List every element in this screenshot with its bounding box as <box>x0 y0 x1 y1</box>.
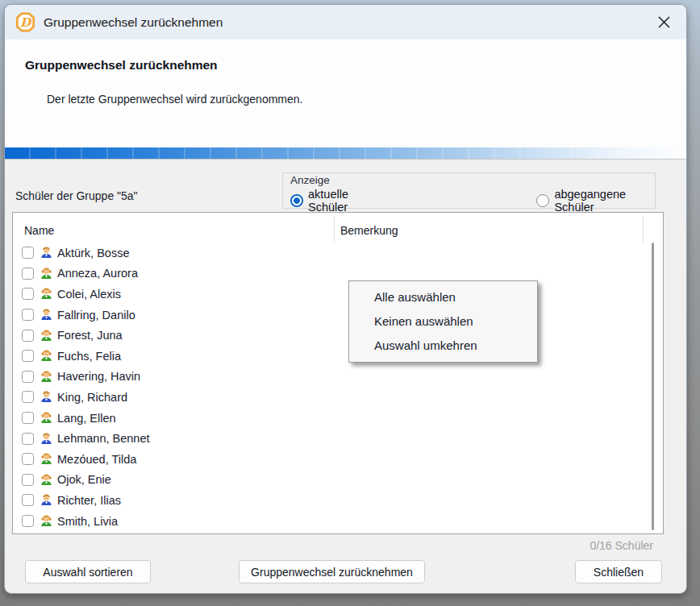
column-header-bemerkung[interactable]: Bemerkung <box>340 224 398 237</box>
student-female-icon <box>40 287 53 301</box>
student-name: Richter, Ilias <box>57 494 121 507</box>
student-checkbox[interactable] <box>22 247 34 259</box>
student-row[interactable]: King, Richard <box>13 387 663 408</box>
column-divider <box>643 216 644 243</box>
student-male-icon <box>40 246 53 259</box>
context-menu-item[interactable]: Alle auswählen <box>349 285 537 309</box>
student-row[interactable]: Colei, Alexis <box>13 284 663 305</box>
student-checkbox[interactable] <box>22 412 34 424</box>
student-row[interactable]: Aktürk, Bosse <box>13 243 663 264</box>
progress-gradient-bar <box>5 147 686 160</box>
list-header: Name Bemerkung <box>13 213 663 243</box>
radio-abgegangene-schueler[interactable]: abgegangene Schüler <box>536 188 650 214</box>
student-male-icon <box>40 308 53 322</box>
context-menu-item[interactable]: Auswahl umkehren <box>349 334 537 358</box>
student-name: Fuchs, Felia <box>57 350 121 363</box>
student-checkbox[interactable] <box>22 268 34 280</box>
student-female-icon <box>40 411 53 425</box>
student-row[interactable]: Mezóued, Tilda <box>13 449 663 470</box>
student-female-icon <box>40 349 53 363</box>
student-name: Havering, Havin <box>57 370 140 383</box>
student-female-icon <box>40 329 53 342</box>
student-name: Lang, Ellen <box>57 412 116 425</box>
student-checkbox[interactable] <box>22 494 34 506</box>
page-title: Gruppenwechsel zurücknehmen <box>25 58 218 73</box>
radio-aktuelle-schueler[interactable]: aktuelle Schüler <box>290 188 377 214</box>
student-list[interactable]: Name Bemerkung Aktürk, Bosse Anneza, Aur… <box>12 212 664 534</box>
sort-selection-button[interactable]: Auswahl sortieren <box>25 560 151 583</box>
student-female-icon <box>40 267 53 280</box>
student-name: King, Richard <box>57 391 127 404</box>
student-male-icon <box>40 493 53 507</box>
student-row[interactable]: Forest, Juna <box>13 325 663 346</box>
student-checkbox[interactable] <box>22 309 34 321</box>
radio-label[interactable]: abgegangene Schüler <box>554 188 650 214</box>
student-checkbox[interactable] <box>22 433 34 445</box>
student-female-icon <box>40 473 53 487</box>
student-male-icon <box>40 390 53 404</box>
display-filter-groupbox: Anzeige aktuelle Schüler abgegangene Sch… <box>282 172 656 209</box>
student-name: Anneza, Aurora <box>57 267 138 280</box>
student-name: Lehmann, Bennet <box>57 432 149 445</box>
student-name: Colei, Alexis <box>57 288 121 301</box>
student-checkbox[interactable] <box>22 391 34 403</box>
student-male-icon <box>40 432 53 446</box>
column-divider <box>334 216 335 243</box>
scrollbar-thumb[interactable] <box>652 243 654 530</box>
student-name: Smith, Livia <box>57 515 118 528</box>
column-header-name[interactable]: Name <box>24 224 54 237</box>
student-row[interactable]: Fuchs, Felia <box>13 346 663 367</box>
groupbox-legend: Anzeige <box>290 174 330 186</box>
student-name: Forest, Juna <box>57 329 123 342</box>
student-row[interactable]: Fallring, Danilo <box>13 305 663 326</box>
student-female-icon <box>40 452 53 466</box>
student-checkbox[interactable] <box>22 330 34 342</box>
titlebar[interactable]: D Gruppenwechsel zurücknehmen <box>5 5 686 39</box>
svg-text:D: D <box>20 15 32 30</box>
radio-selected-icon[interactable] <box>290 194 303 207</box>
student-row[interactable]: Richter, Ilias <box>13 490 663 511</box>
student-row[interactable]: Lang, Ellen <box>13 408 663 429</box>
close-icon[interactable] <box>651 10 677 35</box>
student-checkbox[interactable] <box>22 515 34 527</box>
student-name: Aktürk, Bosse <box>57 247 129 259</box>
student-name: Ojok, Enie <box>57 473 111 486</box>
dialog-window: D Gruppenwechsel zurücknehmen Gruppenwec… <box>4 4 687 594</box>
student-checkbox[interactable] <box>22 453 34 465</box>
student-name: Fallring, Danilo <box>57 309 135 322</box>
student-checkbox[interactable] <box>22 288 34 300</box>
student-checkbox[interactable] <box>22 371 34 383</box>
radio-unselected-icon[interactable] <box>536 194 549 207</box>
student-checkbox[interactable] <box>22 350 34 362</box>
student-row[interactable] <box>13 531 663 534</box>
student-female-icon <box>40 370 53 384</box>
close-dialog-button[interactable]: Schließen <box>575 560 662 583</box>
student-row[interactable]: Havering, Havin <box>13 367 663 388</box>
student-name: Mezóued, Tilda <box>57 453 136 466</box>
student-row[interactable]: Ojok, Enie <box>13 470 663 491</box>
app-logo-icon: D <box>15 11 36 33</box>
student-checkbox[interactable] <box>22 474 34 486</box>
group-caption: Schüler der Gruppe "5a" <box>15 189 138 202</box>
dialog-header: Gruppenwechsel zurücknehmen Der letzte G… <box>5 39 686 147</box>
undo-groupchange-button[interactable]: Gruppenwechsel zurücknehmen <box>239 560 425 583</box>
window-title: Gruppenwechsel zurücknehmen <box>44 15 223 30</box>
student-row[interactable]: Lehmann, Bennet <box>13 428 663 449</box>
student-row[interactable]: Smith, Livia <box>13 511 663 532</box>
student-female-icon <box>40 514 53 528</box>
radio-label[interactable]: aktuelle Schüler <box>308 188 377 214</box>
student-row[interactable]: Anneza, Aurora <box>13 264 663 284</box>
selection-status: 0/16 Schüler <box>590 539 653 552</box>
list-rows: Aktürk, Bosse Anneza, Aurora Colei, Alex… <box>13 243 663 534</box>
context-menu: Alle auswählenKeinen auswählenAuswahl um… <box>348 280 538 363</box>
page-description: Der letzte Gruppenwechsel wird zurückgen… <box>47 93 302 106</box>
context-menu-item[interactable]: Keinen auswählen <box>349 309 537 334</box>
